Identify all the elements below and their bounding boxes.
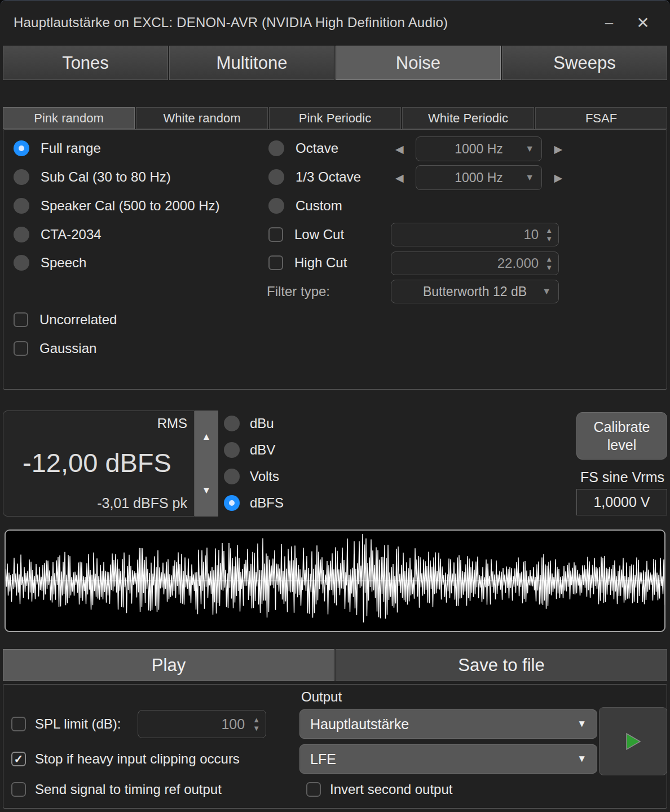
save-to-file-button[interactable]: Save to file — [336, 649, 667, 681]
high-cut-checkbox[interactable]: ✓ — [268, 255, 283, 270]
subtab-white-random[interactable]: White random — [136, 107, 268, 129]
next-frequency-icon[interactable]: ▶ — [554, 144, 562, 155]
unit-label: dBFS — [250, 495, 284, 511]
radio-icon[interactable] — [14, 255, 29, 271]
next-frequency-icon[interactable]: ▶ — [554, 173, 562, 183]
spin-up-icon[interactable]: ▲ — [253, 716, 260, 723]
radio-icon[interactable] — [268, 140, 284, 156]
chevron-down-icon: ▼ — [577, 753, 587, 765]
subtab-fsaf[interactable]: FSAF — [535, 107, 667, 129]
option-label: Speech — [41, 255, 86, 271]
spin-down-icon[interactable]: ▼ — [545, 235, 553, 242]
option-uncorrelated[interactable]: ✓ Uncorrelated — [14, 308, 117, 331]
option-custom[interactable]: Custom — [268, 195, 342, 217]
radio-icon[interactable] — [224, 495, 240, 511]
output2-dropdown[interactable]: LFE ▼ — [299, 744, 597, 774]
filter-type-label: Filter type: — [267, 284, 330, 299]
filter-type-value: Butterworth 12 dB — [423, 284, 527, 299]
octave-frequency-dropdown[interactable]: 1000 Hz ▼ — [416, 136, 542, 161]
spin-down-icon[interactable]: ▼ — [202, 486, 211, 495]
subtab-white-periodic[interactable]: White Periodic — [402, 107, 534, 129]
spinner[interactable]: ▲ ▼ — [545, 255, 558, 271]
spin-up-icon[interactable]: ▲ — [545, 255, 553, 263]
minimize-icon[interactable]: – — [592, 10, 626, 36]
radio-icon[interactable] — [14, 169, 29, 185]
option-label: Custom — [296, 198, 342, 214]
play-button[interactable]: Play — [3, 649, 334, 681]
uncorrelated-checkbox[interactable]: ✓ — [14, 312, 28, 327]
option-third-octave[interactable]: 1/3 Octave — [268, 166, 361, 188]
prev-frequency-icon[interactable]: ◀ — [395, 144, 404, 155]
fs-sine-vrms-field[interactable]: 1,0000 V — [576, 489, 667, 515]
filter-type-dropdown[interactable]: Butterworth 12 dB ▼ — [391, 280, 559, 303]
titlebar: Hauptlautstärke on EXCL: DENON-AVR (NVID… — [0, 1, 670, 45]
option-low-cut[interactable]: ✓ Low Cut — [268, 223, 344, 246]
subtab-label: Pink Periodic — [299, 111, 371, 126]
tab-tones[interactable]: Tones — [3, 46, 168, 80]
radio-icon[interactable] — [14, 198, 29, 214]
subtab-pink-periodic[interactable]: Pink Periodic — [269, 107, 401, 129]
rms-level-display[interactable]: RMS -12,00 dBFS -3,01 dBFS pk — [3, 411, 195, 517]
option-label: CTA-2034 — [41, 227, 102, 242]
calibrate-level-button[interactable]: Calibrate level — [576, 412, 667, 460]
third-octave-frequency-value: 1000 Hz — [455, 170, 503, 186]
unit-dbfs[interactable]: dBFS — [224, 489, 284, 516]
stop-clipping-checkbox[interactable]: ✓ — [11, 752, 26, 766]
option-sub-cal[interactable]: Sub Cal (30 to 80 Hz) — [14, 166, 171, 188]
radio-icon[interactable] — [268, 169, 284, 185]
unit-volts[interactable]: Volts — [224, 463, 284, 489]
radio-icon[interactable] — [224, 469, 240, 484]
spin-up-icon[interactable]: ▲ — [202, 432, 211, 442]
radio-icon[interactable] — [268, 198, 284, 214]
timing-ref-checkbox[interactable]: ✓ — [11, 782, 26, 797]
option-high-cut[interactable]: ✓ High Cut — [268, 251, 347, 274]
radio-icon[interactable] — [224, 416, 240, 431]
high-cut-field[interactable]: 22.000 ▲ ▼ — [391, 251, 559, 275]
spl-limit-field[interactable]: 100 ▲ ▼ — [138, 710, 266, 738]
unit-dbu[interactable]: dBu — [224, 410, 284, 436]
option-full-range[interactable]: Full range — [14, 137, 101, 160]
unit-label: Volts — [250, 469, 279, 484]
gaussian-checkbox[interactable]: ✓ — [14, 341, 28, 356]
unit-label: dBu — [250, 416, 274, 431]
tab-sweeps[interactable]: Sweeps — [502, 46, 667, 80]
option-label: Gaussian — [39, 341, 96, 356]
spin-down-icon[interactable]: ▼ — [545, 264, 553, 271]
radio-icon[interactable] — [14, 227, 29, 242]
prev-frequency-icon[interactable]: ◀ — [395, 173, 404, 183]
option-cta-2034[interactable]: CTA-2034 — [14, 223, 102, 246]
timing-ref-label: Send signal to timing ref output — [35, 782, 222, 797]
option-speech[interactable]: Speech — [14, 251, 86, 274]
low-cut-checkbox[interactable]: ✓ — [268, 227, 283, 242]
low-cut-field[interactable]: 10 ▲ ▼ — [391, 223, 559, 246]
tab-noise[interactable]: Noise — [336, 46, 501, 80]
unit-dbv[interactable]: dBV — [224, 436, 284, 463]
transport-buttons: Play Save to file — [3, 649, 667, 681]
close-icon[interactable]: ✕ — [626, 10, 660, 36]
spinner[interactable]: ▲ ▼ — [253, 716, 266, 732]
option-label: Sub Cal (30 to 80 Hz) — [41, 169, 171, 185]
tab-label: Tones — [62, 53, 109, 73]
play-label: Play — [152, 655, 186, 676]
stop-clipping-label: Stop if heavy input clipping occurs — [35, 751, 240, 767]
option-speaker-cal[interactable]: Speaker Cal (500 to 2000 Hz) — [14, 195, 220, 217]
output1-dropdown[interactable]: Hauptlautstärke ▼ — [299, 709, 597, 739]
radio-icon[interactable] — [224, 442, 240, 458]
generator-window: Hauptlautstärke on EXCL: DENON-AVR (NVID… — [0, 0, 670, 812]
option-gaussian[interactable]: ✓ Gaussian — [14, 337, 96, 360]
peak-value: -3,01 dBFS pk — [97, 495, 187, 511]
rms-level-spinner[interactable]: ▲ ▼ — [195, 411, 218, 517]
spin-down-icon[interactable]: ▼ — [253, 725, 260, 732]
radio-icon[interactable] — [14, 140, 29, 156]
invert-second-checkbox[interactable]: ✓ — [306, 782, 321, 797]
spinner[interactable]: ▲ ▼ — [545, 227, 558, 242]
option-octave[interactable]: Octave — [268, 137, 338, 160]
third-octave-frequency-dropdown[interactable]: 1000 Hz ▼ — [416, 165, 542, 190]
output1-value: Hauptlautstärke — [310, 716, 409, 732]
start-output-button[interactable] — [599, 707, 667, 775]
tab-label: Sweeps — [553, 53, 615, 73]
spl-limit-checkbox[interactable]: ✓ — [11, 717, 26, 731]
subtab-pink-random[interactable]: Pink random — [3, 107, 135, 129]
spin-up-icon[interactable]: ▲ — [545, 227, 553, 234]
tab-multitone[interactable]: Multitone — [169, 46, 334, 80]
